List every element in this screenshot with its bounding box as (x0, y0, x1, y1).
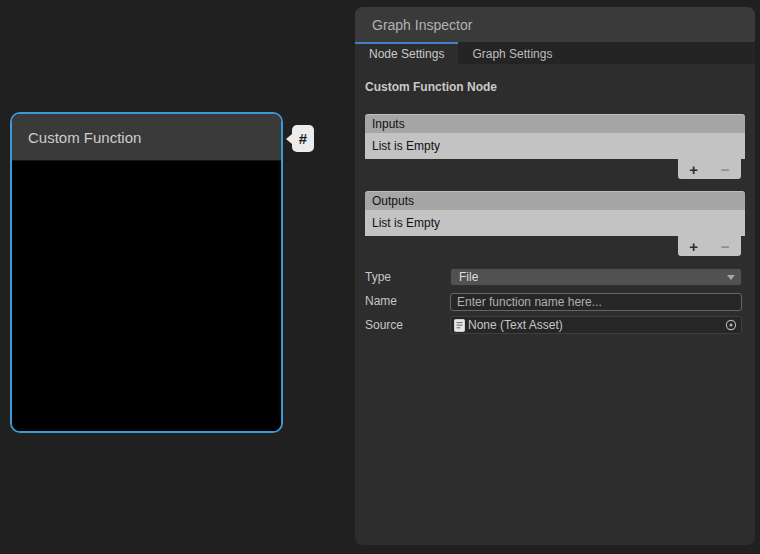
name-control (450, 292, 742, 310)
source-object-value: None (Text Asset) (468, 318, 563, 332)
type-control: File (450, 268, 742, 286)
node-settings-heading: Custom Function Node (365, 80, 497, 94)
function-name-input[interactable] (450, 293, 742, 311)
chevron-down-icon (727, 275, 735, 280)
outputs-list-header: Outputs (365, 191, 745, 210)
inputs-list-header: Inputs (365, 114, 745, 133)
inputs-list-empty-row: List is Empty (365, 133, 745, 159)
outputs-list-footer: + − (678, 236, 741, 256)
code-hash-badge[interactable]: # (292, 125, 314, 152)
node-title-bar[interactable]: Custom Function (12, 114, 281, 161)
custom-function-node[interactable]: Custom Function (10, 112, 283, 433)
add-output-button[interactable]: + (687, 239, 700, 254)
list-empty-text: List is Empty (372, 139, 440, 153)
panel-header[interactable]: Graph Inspector (355, 7, 755, 42)
badge-tail-icon (286, 134, 292, 144)
list-title: Outputs (372, 194, 414, 208)
inspector-content: Custom Function Node Inputs List is Empt… (355, 64, 755, 545)
list-title: Inputs (372, 117, 405, 131)
add-input-button[interactable]: + (687, 162, 700, 177)
node-title: Custom Function (28, 129, 141, 146)
inputs-list: Inputs List is Empty + − (365, 114, 745, 159)
graph-inspector-panel: Graph Inspector Node Settings Graph Sett… (355, 7, 755, 545)
type-dropdown-value: File (459, 270, 478, 284)
node-preview-body (12, 162, 281, 431)
remove-input-button[interactable]: − (719, 162, 732, 177)
tab-node-settings[interactable]: Node Settings (355, 42, 458, 64)
panel-title: Graph Inspector (372, 17, 472, 33)
source-object-field[interactable]: None (Text Asset) (450, 316, 742, 334)
remove-output-button[interactable]: − (719, 239, 732, 254)
outputs-list: Outputs List is Empty + − (365, 191, 745, 236)
type-label: Type (365, 270, 391, 284)
name-row: Name (365, 292, 745, 310)
tab-label: Node Settings (369, 47, 444, 61)
text-asset-icon (454, 319, 465, 332)
source-label: Source (365, 318, 403, 332)
type-dropdown[interactable]: File (450, 268, 742, 286)
source-control: None (Text Asset) (450, 316, 742, 334)
inputs-list-footer: + − (678, 159, 741, 179)
object-picker-icon[interactable] (723, 318, 739, 332)
source-row: Source None (Text Asset) (365, 316, 745, 334)
hash-icon: # (299, 130, 307, 147)
shader-graph-window: Custom Function # Graph Inspector Node S… (0, 0, 760, 554)
tab-label: Graph Settings (472, 47, 552, 61)
outputs-list-empty-row: List is Empty (365, 210, 745, 236)
tab-graph-settings[interactable]: Graph Settings (458, 42, 566, 64)
list-empty-text: List is Empty (372, 216, 440, 230)
tab-bar: Node Settings Graph Settings (355, 42, 755, 64)
type-row: Type File (365, 268, 745, 286)
name-label: Name (365, 294, 397, 308)
